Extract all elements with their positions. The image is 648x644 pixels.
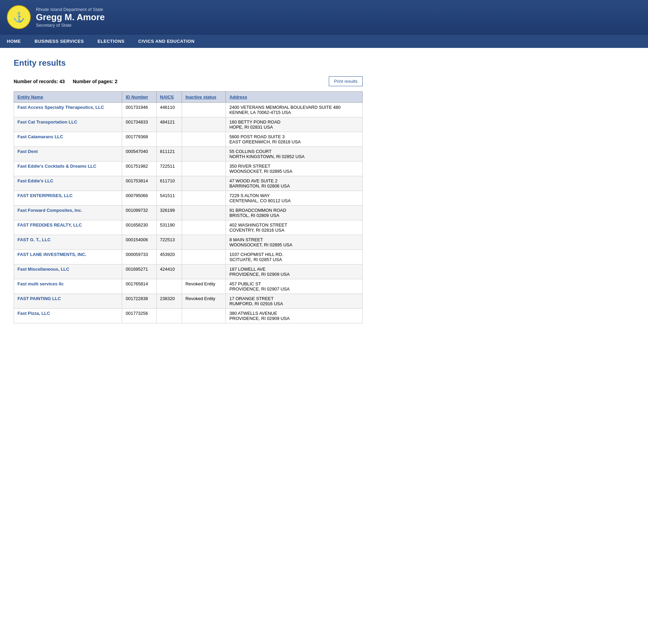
entity-link[interactable]: Fast Eddie's Cocktails & Dreams LLC: [17, 164, 96, 169]
cell-entity-name: Fast Eddie's Cocktails & Dreams LLC: [14, 162, 122, 176]
nav-civics[interactable]: CIVICS AND EDUCATION: [131, 35, 202, 48]
cell-id-number: 001731946: [122, 103, 156, 117]
cell-inactive-status: [182, 176, 226, 191]
cell-entity-name: Fast Cat Transportation LLC: [14, 117, 122, 132]
cell-naics: 453920: [156, 250, 182, 265]
cell-inactive-status: Revoked Entity: [182, 294, 226, 309]
records-count: Number of records: 43: [14, 79, 65, 84]
cell-address: 7229 S ALTON WAYCENTENNIAL, CO 80112 USA: [226, 191, 363, 206]
anchor-icon: ⚓: [13, 12, 25, 23]
nav-elections[interactable]: ELECTIONS: [91, 35, 131, 48]
nav-home[interactable]: HOME: [0, 35, 28, 48]
cell-entity-name: Fast Pizza, LLC: [14, 309, 122, 323]
table-row: Fast Dent 000547040 811121 55 COLLINS CO…: [14, 147, 363, 162]
entity-link[interactable]: Fast multi services llc: [17, 281, 64, 286]
cell-address: 380 ATWELLS AVENUEPROVIDENCE, RI 02909 U…: [226, 309, 363, 323]
table-row: Fast Cat Transportation LLC 001734833 48…: [14, 117, 363, 132]
cell-naics: 722513: [156, 235, 182, 250]
cell-inactive-status: [182, 265, 226, 279]
table-header-row: Entity Name ID Number NAICS Inactive sta…: [14, 92, 363, 103]
entity-link[interactable]: FAST PAINTING LLC: [17, 296, 61, 301]
cell-inactive-status: [182, 191, 226, 206]
department-name: Rhode Island Department of State: [36, 7, 105, 12]
cell-id-number: 001658230: [122, 220, 156, 235]
main-content: Entity results Number of records: 43 Num…: [0, 48, 376, 334]
cell-inactive-status: [182, 235, 226, 250]
cell-id-number: 001765814: [122, 279, 156, 294]
table-row: FAST ENTERPRISES, LLC 000795066 541511 7…: [14, 191, 363, 206]
cell-id-number: 000059733: [122, 250, 156, 265]
stats-row: Number of records: 43 Number of pages: 2…: [14, 76, 363, 86]
cell-naics: 541511: [156, 191, 182, 206]
cell-id-number: 001773256: [122, 309, 156, 323]
record-stats: Number of records: 43 Number of pages: 2: [14, 79, 117, 84]
cell-id-number: 001099732: [122, 206, 156, 220]
cell-naics: 446110: [156, 103, 182, 117]
cell-naics: 424410: [156, 265, 182, 279]
cell-entity-name: Fast Forward Composites, Inc.: [14, 206, 122, 220]
cell-naics: 811121: [156, 147, 182, 162]
entity-link[interactable]: FAST LANE INVESTMENTS, INC.: [17, 252, 87, 257]
secretary-name: Gregg M. Amore: [36, 12, 105, 23]
cell-entity-name: Fast Eddie's LLC: [14, 176, 122, 191]
table-row: FAST PAINTING LLC 001722838 238320 Revok…: [14, 294, 363, 309]
cell-address: 5800 POST ROAD SUITE 3EAST GREENWICH, RI…: [226, 132, 363, 147]
col-header-inactive-status: Inactive status: [182, 92, 226, 103]
cell-address: 187 LOWELL AVEPROVIDENCE, RI 02909 USA: [226, 265, 363, 279]
cell-address: 160 BETTY POND ROADHOPE, RI 02831 USA: [226, 117, 363, 132]
cell-entity-name: FAST ENTERPRISES, LLC: [14, 191, 122, 206]
entity-link[interactable]: Fast Access Specialty Therapeutics, LLC: [17, 105, 104, 110]
cell-id-number: 001734833: [122, 117, 156, 132]
table-row: Fast Catamarans LLC 001779368 5800 POST …: [14, 132, 363, 147]
entity-link[interactable]: Fast Dent: [17, 149, 38, 154]
cell-address: 55 COLLINS COURTNORTH KINGSTOWN, RI 0285…: [226, 147, 363, 162]
entity-link[interactable]: Fast Cat Transportation LLC: [17, 119, 77, 125]
cell-naics: 722511: [156, 162, 182, 176]
cell-address: 8 MAIN STREETWOONSOCKET, RI 02895 USA: [226, 235, 363, 250]
cell-id-number: 001695271: [122, 265, 156, 279]
col-header-address: Address: [226, 92, 363, 103]
cell-id-number: 000547040: [122, 147, 156, 162]
table-row: Fast Eddie's Cocktails & Dreams LLC 0017…: [14, 162, 363, 176]
cell-entity-name: Fast Miscellaneous, LLC: [14, 265, 122, 279]
entity-link[interactable]: Fast Pizza, LLC: [17, 311, 50, 316]
cell-inactive-status: [182, 220, 226, 235]
cell-inactive-status: [182, 250, 226, 265]
entity-link[interactable]: Fast Forward Composites, Inc.: [17, 208, 82, 213]
print-results-button[interactable]: Print results: [329, 76, 363, 86]
entity-link[interactable]: Fast Catamarans LLC: [17, 134, 63, 139]
cell-naics: [156, 279, 182, 294]
table-row: Fast Pizza, LLC 001773256 380 ATWELLS AV…: [14, 309, 363, 323]
entity-link[interactable]: FAST ENTERPRISES, LLC: [17, 193, 73, 198]
col-header-naics: NAICS: [156, 92, 182, 103]
cell-address: 17 ORANGE STREETRUMFORD, RI 02916 USA: [226, 294, 363, 309]
secretary-title: Secretary of State: [36, 23, 105, 28]
cell-entity-name: Fast Access Specialty Therapeutics, LLC: [14, 103, 122, 117]
cell-naics: 326199: [156, 206, 182, 220]
cell-entity-name: FAST PAINTING LLC: [14, 294, 122, 309]
cell-id-number: 001779368: [122, 132, 156, 147]
nav-business-services[interactable]: BUSINESS SERVICES: [28, 35, 91, 48]
col-header-id-number: ID Number: [122, 92, 156, 103]
cell-id-number: 000154006: [122, 235, 156, 250]
cell-address: 2400 VETERANS MEMORIAL BOULEVARD SUITE 4…: [226, 103, 363, 117]
entity-link[interactable]: FAST FREDDIES REALTY, LLC: [17, 222, 82, 228]
entity-link[interactable]: Fast Eddie's LLC: [17, 178, 53, 183]
cell-inactive-status: [182, 206, 226, 220]
table-row: FAST LANE INVESTMENTS, INC. 000059733 45…: [14, 250, 363, 265]
cell-id-number: 000795066: [122, 191, 156, 206]
cell-entity-name: Fast Catamarans LLC: [14, 132, 122, 147]
cell-entity-name: Fast Dent: [14, 147, 122, 162]
pages-count: Number of pages: 2: [73, 79, 118, 84]
header-text: Rhode Island Department of State Gregg M…: [36, 7, 105, 28]
state-seal: ⚓: [7, 5, 31, 29]
entity-link[interactable]: FAST G. T., LLC: [17, 237, 51, 242]
entity-link[interactable]: Fast Miscellaneous, LLC: [17, 267, 69, 272]
table-row: Fast Miscellaneous, LLC 001695271 424410…: [14, 265, 363, 279]
table-row: FAST G. T., LLC 000154006 722513 8 MAIN …: [14, 235, 363, 250]
cell-address: 47 WOOD AVE SUITE 2BARRINGTON, RI 02806 …: [226, 176, 363, 191]
cell-address: 1037 CHOPMIST HILL RD.SCITUATE, RI 02857…: [226, 250, 363, 265]
table-row: Fast Eddie's LLC 001753814 611710 47 WOO…: [14, 176, 363, 191]
navigation: HOME BUSINESS SERVICES ELECTIONS CIVICS …: [0, 34, 648, 48]
cell-naics: 238320: [156, 294, 182, 309]
